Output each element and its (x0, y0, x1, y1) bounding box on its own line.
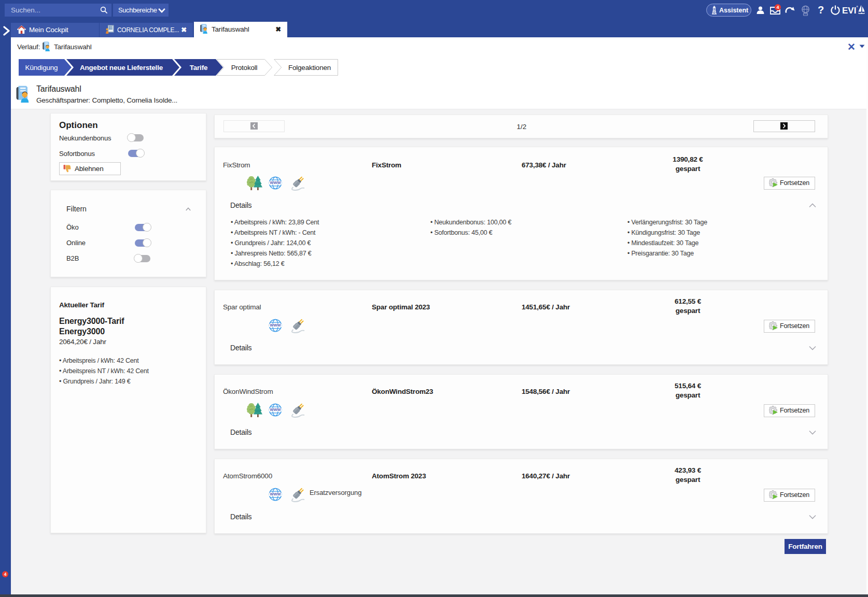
svg-text:Protokoll: Protokoll (231, 64, 258, 72)
svg-text:Tarife: Tarife (190, 64, 208, 72)
svg-text:Angebot neue Lieferstelle: Angebot neue Lieferstelle (80, 64, 163, 72)
svg-text:CO2: CO2 (803, 13, 808, 16)
svg-text:Folgeaktionen: Folgeaktionen (288, 64, 331, 72)
svg-text:Kündigung: Kündigung (25, 64, 58, 72)
